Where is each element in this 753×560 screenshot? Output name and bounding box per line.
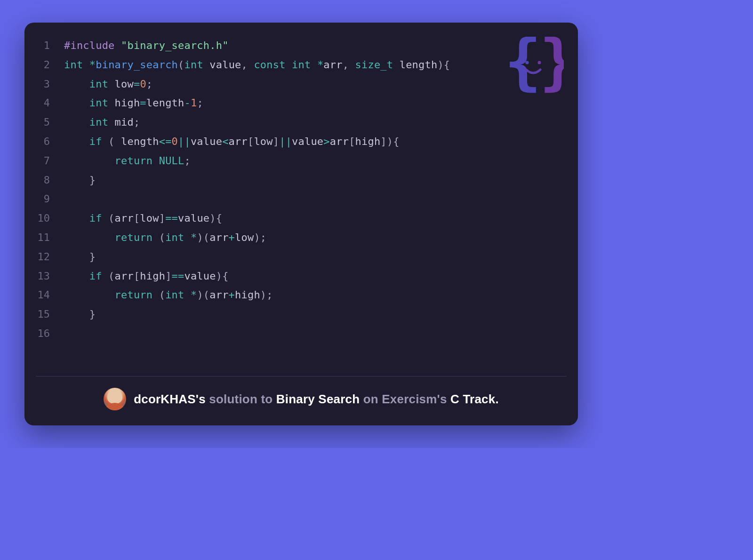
- code-content: return (int *)(arr+low);: [64, 232, 266, 243]
- code-content: if (arr[high]==value){: [64, 270, 229, 282]
- line-number: 5: [36, 116, 64, 128]
- username: dcorKHAS: [134, 392, 196, 406]
- svg-text:}: }: [539, 37, 564, 97]
- line-number: 8: [36, 174, 64, 186]
- code-content: if ( length<=0||value<arr[low]||value>ar…: [64, 136, 400, 147]
- code-content: #include "binary_search.h": [64, 40, 229, 51]
- svg-point-3: [538, 61, 541, 64]
- code-editor: 1#include "binary_search.h"2int *binary_…: [36, 40, 567, 376]
- line-number: 15: [36, 308, 64, 320]
- svg-point-2: [526, 61, 529, 64]
- code-line: 9: [36, 193, 567, 212]
- code-line: 15 }: [36, 308, 567, 328]
- code-line: 2int *binary_search(int value, const int…: [36, 59, 567, 78]
- code-content: if (arr[low]==value){: [64, 212, 222, 224]
- code-line: 8 }: [36, 174, 567, 193]
- line-number: 2: [36, 59, 64, 71]
- line-number: 6: [36, 136, 64, 147]
- code-content: int low=0;: [64, 78, 152, 90]
- line-number: 9: [36, 193, 64, 205]
- exercism-logo-icon: { }: [503, 37, 564, 98]
- code-line: 4 int high=length-1;: [36, 97, 567, 116]
- code-content: int *binary_search(int value, const int …: [64, 59, 450, 71]
- code-card: { } 1#include "binary_search.h"2int *bin…: [24, 23, 578, 425]
- code-line: 11 return (int *)(arr+low);: [36, 232, 567, 251]
- code-line: 7 return NULL;: [36, 155, 567, 174]
- code-content: }: [64, 308, 96, 320]
- code-line: 10 if (arr[low]==value){: [36, 212, 567, 232]
- line-number: 4: [36, 97, 64, 109]
- code-content: }: [64, 174, 96, 186]
- line-number: 16: [36, 328, 64, 339]
- attribution-text: dcorKHAS's solution to Binary Search on …: [134, 392, 499, 407]
- line-number: 13: [36, 270, 64, 282]
- code-line: 14 return (int *)(arr+high);: [36, 289, 567, 308]
- line-number: 1: [36, 40, 64, 51]
- code-content: }: [64, 251, 96, 263]
- line-number: 7: [36, 155, 64, 167]
- code-line: 1#include "binary_search.h": [36, 40, 567, 59]
- line-number: 3: [36, 78, 64, 90]
- avatar: [104, 388, 126, 410]
- code-line: 6 if ( length<=0||value<arr[low]||value>…: [36, 136, 567, 155]
- line-number: 12: [36, 251, 64, 263]
- code-content: int mid;: [64, 116, 140, 128]
- line-number: 10: [36, 212, 64, 224]
- line-number: 11: [36, 232, 64, 243]
- code-content: return (int *)(arr+high);: [64, 289, 273, 301]
- attribution-footer: dcorKHAS's solution to Binary Search on …: [36, 376, 567, 425]
- code-line: 13 if (arr[high]==value){: [36, 270, 567, 289]
- code-line: 16: [36, 328, 567, 347]
- svg-text:{: {: [505, 37, 541, 97]
- line-number: 14: [36, 289, 64, 301]
- code-content: return NULL;: [64, 155, 191, 167]
- code-line: 12 }: [36, 251, 567, 270]
- code-content: int high=length-1;: [64, 97, 203, 109]
- code-line: 3 int low=0;: [36, 78, 567, 97]
- code-line: 5 int mid;: [36, 116, 567, 136]
